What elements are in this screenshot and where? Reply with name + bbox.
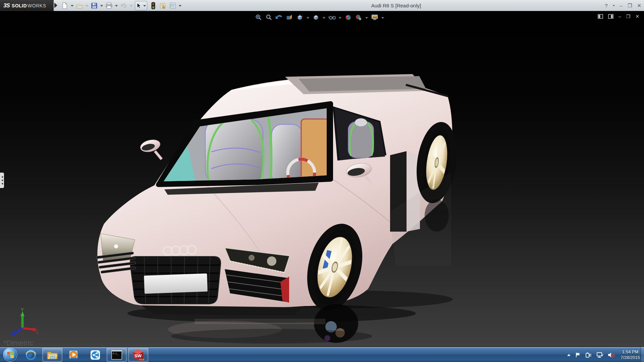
open-icon[interactable] (76, 2, 83, 9)
view-orientation-label: *Dimetric (3, 339, 33, 347)
svg-text:C:\_: C:\_ (113, 352, 119, 355)
display-style-icon[interactable] (312, 14, 320, 21)
show-desktop-button[interactable] (641, 347, 644, 362)
taskbar-command-prompt[interactable]: C:\_ (107, 348, 127, 362)
windows-logo-icon (7, 351, 14, 358)
open-dropdown-arrow[interactable] (86, 5, 88, 7)
undo-icon[interactable] (120, 2, 127, 9)
svg-text:SW: SW (135, 353, 142, 358)
menu-flyout-arrow[interactable] (54, 3, 57, 8)
show-hidden-icons-button[interactable] (567, 354, 571, 356)
share-app-icon (90, 350, 101, 360)
media-player-icon (68, 350, 79, 360)
document-window-controls: – ❐ ✕ (598, 14, 639, 19)
section-view-icon[interactable] (286, 14, 293, 21)
reference-triad: Y X (7, 307, 38, 338)
view-settings-dropdown[interactable] (381, 17, 384, 19)
internet-explorer-icon: e (25, 349, 37, 361)
car-model-audi-r8[interactable] (84, 71, 456, 347)
power-plug-icon[interactable] (585, 352, 592, 358)
tray-date: 7/28/2015 (621, 355, 640, 361)
network-icon[interactable] (596, 352, 603, 358)
print-icon[interactable] (105, 2, 113, 9)
save-icon[interactable] (91, 2, 98, 9)
brand-name-bold: SOLID (12, 3, 27, 8)
minimize-icon[interactable]: – (620, 3, 623, 8)
select-tool-button[interactable] (135, 1, 147, 10)
3ds-logo-icon: 3S (3, 2, 10, 9)
taskbar: e (0, 347, 644, 362)
hide-show-items-icon[interactable] (328, 14, 336, 21)
taskbar-solidworks[interactable]: SW 2015 (128, 348, 148, 362)
triad-x-label: X (36, 330, 38, 335)
apply-scene-dropdown[interactable] (365, 17, 368, 19)
view-settings-icon[interactable] (371, 14, 378, 21)
save-dropdown-arrow[interactable] (100, 5, 103, 7)
taskbar-media-player[interactable] (64, 348, 84, 362)
graphics-viewport[interactable]: – ❐ ✕ (0, 11, 644, 347)
document-minimize-icon[interactable]: – (619, 14, 621, 19)
previous-view-icon[interactable] (275, 14, 283, 21)
zoom-to-area-icon[interactable] (265, 14, 272, 21)
taskbar-file-explorer[interactable] (42, 348, 62, 362)
action-center-flag-icon[interactable] (575, 352, 581, 358)
solidworks-logo: 3S SOLID WORKS (0, 0, 54, 11)
file-properties-icon[interactable] (159, 2, 167, 9)
restore-icon[interactable]: ❐ (628, 3, 632, 9)
main-toolbar (61, 0, 181, 11)
help-icon[interactable]: ? (605, 3, 607, 8)
headsup-view-toolbar (255, 14, 384, 21)
view-orientation-dropdown[interactable] (307, 17, 309, 19)
print-dropdown-arrow[interactable] (115, 5, 118, 7)
system-tray: 1:54 PM 7/28/2015 (567, 347, 640, 362)
select-cursor-icon (136, 3, 142, 9)
window-controls: ? – ❐ ✕ (605, 0, 641, 11)
traffic-light-icon[interactable] (150, 2, 157, 9)
svg-text:2015: 2015 (139, 358, 144, 361)
brand-name-light: WORKS (28, 3, 46, 8)
clock[interactable]: 1:54 PM 7/28/2015 (621, 349, 640, 361)
document-restore-icon[interactable]: ❐ (626, 14, 631, 19)
solidworks-2015-icon: SW 2015 (132, 349, 144, 361)
windshield (158, 104, 331, 195)
volume-muted-icon[interactable] (607, 352, 615, 358)
zoom-to-fit-icon[interactable] (255, 14, 262, 21)
collapse-right-pane-icon[interactable] (608, 14, 613, 19)
view-orientation-icon[interactable] (296, 14, 304, 21)
window-title: Audi R8 S [Read-only] (371, 3, 421, 8)
edit-appearance-icon[interactable] (344, 14, 352, 21)
taskbar-apps: e (21, 347, 148, 362)
taskbar-share-app[interactable] (85, 348, 105, 362)
driver-seat (205, 119, 263, 184)
tray-time: 1:54 PM (621, 349, 640, 355)
featuremanager-flyout-tab[interactable] (0, 173, 4, 188)
start-button[interactable] (3, 348, 17, 362)
options-icon[interactable] (169, 2, 176, 9)
select-dropdown-arrow[interactable] (143, 5, 146, 7)
file-explorer-icon (47, 350, 58, 360)
collapse-left-pane-icon[interactable] (598, 14, 603, 19)
command-prompt-icon: C:\_ (111, 350, 122, 360)
new-dropdown-arrow[interactable] (71, 5, 73, 7)
help-dropdown-arrow[interactable] (613, 5, 615, 6)
display-style-dropdown[interactable] (323, 17, 325, 19)
apply-scene-icon[interactable] (355, 14, 362, 21)
document-close-icon[interactable]: ✕ (635, 14, 639, 19)
left-mirror (139, 138, 162, 159)
hide-show-items-dropdown[interactable] (339, 17, 341, 19)
undo-dropdown-arrow[interactable] (130, 5, 132, 7)
close-icon[interactable]: ✕ (637, 3, 641, 9)
title-bar: 3S SOLID WORKS (0, 0, 644, 11)
taskbar-internet-explorer[interactable]: e (21, 348, 41, 362)
license-plate (144, 274, 208, 294)
new-document-icon[interactable] (61, 2, 68, 9)
options-dropdown-arrow[interactable] (179, 5, 181, 7)
